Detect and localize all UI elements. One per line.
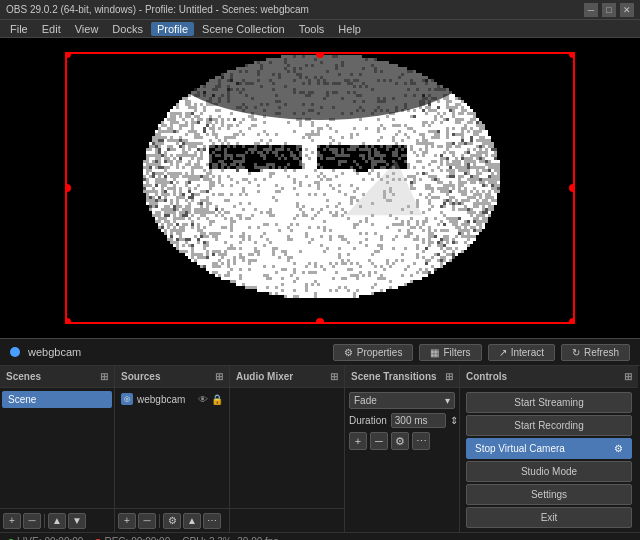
sources-panel-header: Sources ⊞	[115, 366, 229, 388]
transitions-menu-icon[interactable]: ⊞	[445, 371, 453, 382]
sources-content: ◎ webgbcam 👁 🔒	[115, 388, 229, 508]
menu-tools[interactable]: Tools	[293, 22, 331, 36]
interact-icon: ↗	[499, 347, 507, 358]
scene-add-button[interactable]: +	[3, 513, 21, 529]
duration-row: Duration ⇕	[349, 413, 455, 428]
live-time: 00:00:00	[44, 536, 83, 540]
rec-time: 00:00:00	[131, 536, 170, 540]
filters-icon: ▦	[430, 347, 439, 358]
source-controls: 👁 🔒	[198, 394, 223, 405]
duration-input[interactable]	[391, 413, 446, 428]
source-more-button[interactable]: ⋯	[203, 513, 221, 529]
source-visibility-icon[interactable]: 👁	[198, 394, 208, 405]
filters-label: Filters	[443, 347, 470, 358]
transition-remove-button[interactable]: ─	[370, 432, 388, 450]
transition-type-value: Fade	[354, 395, 377, 406]
webcam-preview	[65, 52, 575, 324]
bottom-panels: Scenes ⊞ Scene + ─ ▲ ▼ Sources ⊞ ◎ webgb	[0, 366, 640, 532]
controls-content: Start Streaming Start Recording Stop Vir…	[460, 388, 638, 532]
sources-header-icons: ⊞	[215, 371, 223, 382]
rec-label: REC:	[104, 536, 128, 540]
status-bar: LIVE: 00:00:00 REC: 00:00:00 CPU: 2.3%, …	[0, 532, 640, 540]
interact-label: Interact	[511, 347, 544, 358]
filters-button[interactable]: ▦ Filters	[419, 344, 481, 361]
sources-title: Sources	[121, 371, 160, 382]
transition-dropdown-icon: ▾	[445, 395, 450, 406]
menu-edit[interactable]: Edit	[36, 22, 67, 36]
audio-toolbar	[230, 508, 344, 532]
scene-label-bar: webgbcam ⚙ Properties ▦ Filters ↗ Intera…	[0, 338, 640, 366]
scene-item-scene[interactable]: Scene	[2, 391, 112, 408]
transition-more-button[interactable]: ⋯	[412, 432, 430, 450]
start-recording-button[interactable]: Start Recording	[466, 415, 632, 436]
scene-transitions-panel: Scene Transitions ⊞ Fade ▾ Duration ⇕ + …	[345, 366, 460, 532]
menu-docks[interactable]: Docks	[106, 22, 149, 36]
refresh-label: Refresh	[584, 347, 619, 358]
title-bar: OBS 29.0.2 (64-bit, windows) - Profile: …	[0, 0, 640, 20]
source-up-button[interactable]: ▲	[183, 513, 201, 529]
sources-panel: Sources ⊞ ◎ webgbcam 👁 🔒 + ─ ⚙ ▲ ⋯	[115, 366, 230, 532]
source-settings-button[interactable]: ⚙	[163, 513, 181, 529]
scenes-panel: Scenes ⊞ Scene + ─ ▲ ▼	[0, 366, 115, 532]
menu-view[interactable]: View	[69, 22, 105, 36]
controls-panel: Controls ⊞ Start Streaming Start Recordi…	[460, 366, 638, 532]
source-add-button[interactable]: +	[118, 513, 136, 529]
separator2	[159, 514, 160, 528]
menu-bar: File Edit View Docks Profile Scene Colle…	[0, 20, 640, 38]
stop-virtual-camera-button[interactable]: Stop Virtual Camera ⚙	[466, 438, 632, 459]
transitions-header-icons: ⊞	[445, 371, 453, 382]
scene-down-button[interactable]: ▼	[68, 513, 86, 529]
scenes-header-icons: ⊞	[100, 371, 108, 382]
menu-file[interactable]: File	[4, 22, 34, 36]
maximize-button[interactable]: □	[602, 3, 616, 17]
controls-panel-header: Controls ⊞	[460, 366, 638, 388]
source-item-webgbcam[interactable]: ◎ webgbcam 👁 🔒	[117, 390, 227, 408]
separator1	[44, 514, 45, 528]
properties-button[interactable]: ⚙ Properties	[333, 344, 414, 361]
close-button[interactable]: ✕	[620, 3, 634, 17]
scene-remove-button[interactable]: ─	[23, 513, 41, 529]
settings-button[interactable]: Settings	[466, 484, 632, 505]
audio-menu-icon[interactable]: ⊞	[330, 371, 338, 382]
rec-status: REC: 00:00:00	[95, 536, 170, 540]
cpu-usage: CPU: 2.3%, 30.00 fps	[182, 536, 278, 540]
controls-header-icons: ⊞	[624, 371, 632, 382]
scenes-content: Scene	[0, 388, 114, 508]
scene-up-button[interactable]: ▲	[48, 513, 66, 529]
scenes-menu-icon[interactable]: ⊞	[100, 371, 108, 382]
sources-menu-icon[interactable]: ⊞	[215, 371, 223, 382]
menu-scene-collection[interactable]: Scene Collection	[196, 22, 291, 36]
start-streaming-button[interactable]: Start Streaming	[466, 392, 632, 413]
source-lock-icon[interactable]: 🔒	[211, 394, 223, 405]
refresh-icon: ↻	[572, 347, 580, 358]
exit-button[interactable]: Exit	[466, 507, 632, 528]
source-type-icon: ◎	[121, 393, 133, 405]
controls-menu-icon[interactable]: ⊞	[624, 371, 632, 382]
controls-title: Controls	[466, 371, 507, 382]
transitions-title: Scene Transitions	[351, 371, 437, 382]
properties-label: Properties	[357, 347, 403, 358]
transition-settings-button[interactable]: ⚙	[391, 432, 409, 450]
minimize-button[interactable]: ─	[584, 3, 598, 17]
audio-header-icons: ⊞	[330, 371, 338, 382]
transition-buttons: + ─ ⚙ ⋯	[349, 432, 455, 450]
scene-name-label: webgbcam	[28, 346, 81, 358]
duration-label: Duration	[349, 415, 387, 426]
scene-dot	[10, 347, 20, 357]
transition-type-select[interactable]: Fade ▾	[349, 392, 455, 409]
menu-help[interactable]: Help	[332, 22, 367, 36]
interact-button[interactable]: ↗ Interact	[488, 344, 555, 361]
virtual-camera-settings-icon[interactable]: ⚙	[614, 443, 623, 454]
refresh-button[interactable]: ↻ Refresh	[561, 344, 630, 361]
studio-mode-button[interactable]: Studio Mode	[466, 461, 632, 482]
menu-profile[interactable]: Profile	[151, 22, 194, 36]
source-remove-button[interactable]: ─	[138, 513, 156, 529]
preview-canvas	[65, 52, 575, 324]
window-controls: ─ □ ✕	[584, 3, 634, 17]
stop-virtual-camera-label: Stop Virtual Camera	[475, 443, 565, 454]
audio-title: Audio Mixer	[236, 371, 293, 382]
source-name: webgbcam	[137, 394, 185, 405]
transition-add-button[interactable]: +	[349, 432, 367, 450]
scenes-panel-header: Scenes ⊞	[0, 366, 114, 388]
sources-toolbar: + ─ ⚙ ▲ ⋯	[115, 508, 229, 532]
